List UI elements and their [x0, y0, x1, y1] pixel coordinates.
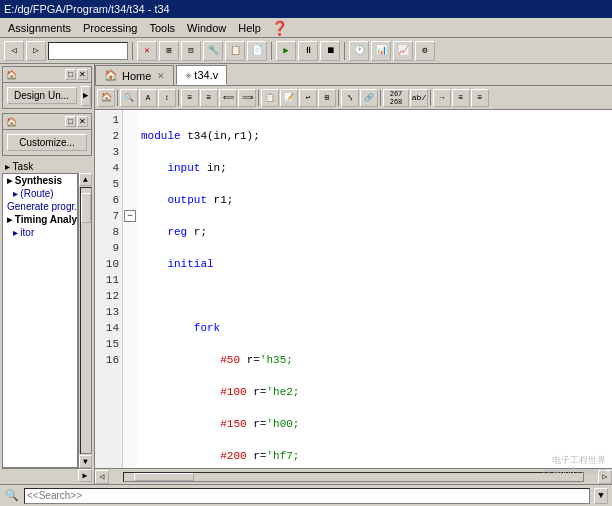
line-num-16: 16 — [95, 352, 119, 368]
et-btn-1[interactable]: 🏠 — [97, 89, 115, 107]
help-icon: ❓ — [271, 20, 288, 36]
menu-tools[interactable]: Tools — [143, 20, 181, 36]
val-h00: 'h00; — [266, 418, 299, 430]
toolbar-btn-11[interactable]: 📊 — [371, 41, 391, 61]
sidebar-panel-1-title: 🏠 □ ✕ — [3, 67, 91, 83]
hscroll-track[interactable] — [123, 472, 584, 482]
expand-icon[interactable]: ▶ — [81, 86, 91, 106]
panel-2-pin[interactable]: □ — [65, 116, 76, 127]
menu-assignments[interactable]: Assignments — [2, 20, 77, 36]
tab-code-label: t34.v — [194, 69, 218, 81]
menu-help[interactable]: Help — [232, 20, 267, 36]
et-btn-ab[interactable]: ab/ — [410, 89, 428, 107]
code-fold-column: − — [123, 110, 137, 468]
et-btn-13[interactable]: 🔗 — [360, 89, 378, 107]
task-timing[interactable]: ▸ Timing Analysis — [3, 213, 77, 226]
et-btn-6[interactable]: ⟸ — [219, 89, 237, 107]
et-btn-10[interactable]: ↩ — [299, 89, 317, 107]
horizontal-scrollbar[interactable]: ◁ ▷ — [95, 468, 612, 484]
et-btn-14[interactable]: 267268 — [383, 89, 409, 107]
task-route[interactable]: ▸ (Route) — [3, 187, 77, 200]
panel-2-close[interactable]: ✕ — [77, 116, 88, 127]
code-line-6 — [141, 288, 608, 304]
line-num-15: 15 — [95, 336, 119, 352]
forward-button[interactable]: ▷ — [26, 41, 46, 61]
hscroll-right[interactable]: ▷ — [598, 470, 612, 484]
num-50: #50 — [220, 354, 240, 366]
panel-1-close[interactable]: ✕ — [77, 69, 88, 80]
et-btn-9[interactable]: 📝 — [280, 89, 298, 107]
et-sep-1 — [117, 90, 118, 106]
tab-home[interactable]: 🏠 Home ✕ — [95, 65, 174, 85]
scroll-up[interactable]: ▲ — [79, 173, 92, 186]
tab-code[interactable]: ◈ t34.v — [176, 65, 227, 85]
toolbar-btn-3[interactable]: ⊡ — [181, 41, 201, 61]
toolbar-btn-8[interactable]: ⏸ — [298, 41, 318, 61]
toolbar-btn-6[interactable]: 📄 — [247, 41, 267, 61]
et-btn-12[interactable]: ⤣ — [341, 89, 359, 107]
line-num-4: 4 — [95, 160, 119, 176]
et-btn-search[interactable]: 🔍 — [120, 89, 138, 107]
scroll-thumb[interactable] — [81, 193, 91, 223]
task-list[interactable]: ▸ Synthesis ▸ (Route) Generate progr... … — [2, 173, 78, 468]
toolbar-btn-12[interactable]: 📈 — [393, 41, 413, 61]
left-sidebar: 🏠 □ ✕ Design Un... ▶ 🏠 □ ✕ Customize... — [0, 64, 95, 484]
et-btn-4[interactable]: ≡ — [181, 89, 199, 107]
et-sep-6 — [430, 90, 431, 106]
fold-button-7[interactable]: − — [124, 210, 136, 222]
code-line-11: #200 r='hf7; — [141, 448, 608, 464]
code-line-4: reg r; — [141, 224, 608, 240]
scroll-down[interactable]: ▼ — [79, 455, 92, 468]
et-btn-15[interactable]: → — [433, 89, 451, 107]
search-dropdown-arrow[interactable]: ▼ — [594, 488, 608, 504]
main-toolbar: ◁ ▷ t34 ✕ ⊞ ⊡ 🔧 📋 📄 ▶ ⏸ ⏹ 🕐 📊 📈 ⚙ — [0, 38, 612, 64]
toolbar-btn-1[interactable]: ✕ — [137, 41, 157, 61]
panel-1-pin[interactable]: □ — [65, 69, 76, 80]
search-icon: 🔍 — [4, 488, 20, 504]
kw-output: output — [167, 194, 207, 206]
toolbar-btn-13[interactable]: ⚙ — [415, 41, 435, 61]
content-area: 🏠 Home ✕ ◈ t34.v 🏠 🔍 A ↕ ≡ ≡ ⟸ ⟹ 📋 📝 ↩ — [95, 64, 612, 484]
task-synthesis[interactable]: ▸ Synthesis — [3, 174, 77, 187]
kw-initial: initial — [167, 258, 213, 270]
sidebar-panel-2: 🏠 □ ✕ Customize... — [2, 113, 92, 156]
code-line-8: #50 r='h35; — [141, 352, 608, 368]
toolbar-btn-5[interactable]: 📋 — [225, 41, 245, 61]
back-button[interactable]: ◁ — [4, 41, 24, 61]
code-content[interactable]: module t34(in,r1); input in; output r1; … — [137, 110, 612, 468]
search-toolbar-input[interactable]: t34 — [48, 42, 128, 60]
toolbar-btn-10[interactable]: 🕐 — [349, 41, 369, 61]
verilog-icon: ◈ — [185, 70, 192, 80]
design-unit-button[interactable]: Design Un... — [7, 87, 77, 104]
et-btn-17[interactable]: ≡ — [471, 89, 489, 107]
toolbar-btn-2[interactable]: ⊞ — [159, 41, 179, 61]
menu-processing[interactable]: Processing — [77, 20, 143, 36]
line-num-13: 13 — [95, 304, 119, 320]
task-generate[interactable]: Generate progr... — [3, 200, 77, 213]
sidebar-expand-btn[interactable]: ▶ — [78, 469, 92, 482]
hscroll-thumb[interactable] — [134, 473, 194, 481]
et-btn-11[interactable]: ⊞ — [318, 89, 336, 107]
task-section: ▸ ▸ TaskTask ▸ Synthesis ▸ (Route) Gener… — [2, 160, 92, 482]
et-btn-2[interactable]: A — [139, 89, 157, 107]
num-150: #150 — [220, 418, 246, 430]
customize-button[interactable]: Customize... — [7, 134, 87, 151]
et-btn-16[interactable]: ≡ — [452, 89, 470, 107]
task-scrollbar[interactable]: ▲ ▼ — [78, 173, 92, 468]
kw-input: input — [167, 162, 200, 174]
et-btn-3[interactable]: ↕ — [158, 89, 176, 107]
search-input[interactable] — [24, 488, 590, 504]
tab-bar: 🏠 Home ✕ ◈ t34.v — [95, 64, 612, 86]
toolbar-btn-9[interactable]: ⏹ — [320, 41, 340, 61]
menu-window[interactable]: Window — [181, 20, 232, 36]
scroll-track[interactable] — [80, 187, 92, 454]
et-btn-8[interactable]: 📋 — [261, 89, 279, 107]
tab-home-close[interactable]: ✕ — [157, 71, 165, 81]
et-sep-2 — [178, 90, 179, 106]
toolbar-btn-4[interactable]: 🔧 — [203, 41, 223, 61]
hscroll-left[interactable]: ◁ — [95, 470, 109, 484]
toolbar-btn-7[interactable]: ▶ — [276, 41, 296, 61]
task-itor[interactable]: ▸ itor — [3, 226, 77, 239]
et-btn-5[interactable]: ≡ — [200, 89, 218, 107]
et-btn-7[interactable]: ⟹ — [238, 89, 256, 107]
